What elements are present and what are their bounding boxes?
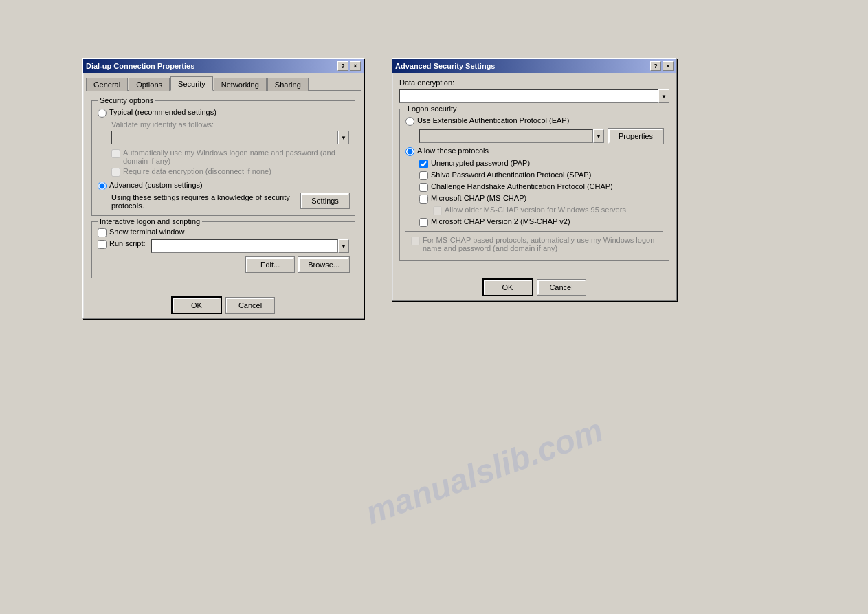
autologon-checkbox[interactable] bbox=[411, 237, 420, 245]
shiva-label: Shiva Password Authentication Protocol (… bbox=[431, 171, 591, 179]
dialog1-content: Security options Typical (recommended se… bbox=[86, 90, 361, 289]
eap-radio[interactable] bbox=[405, 117, 414, 126]
require-encrypt-label: Require data encryption (disconnect if n… bbox=[123, 167, 271, 175]
auto-logon-row: Automatically use my Windows logon name … bbox=[111, 149, 349, 165]
security-options-title: Security options bbox=[98, 96, 155, 105]
unencrypted-row: Unencrypted password (PAP) bbox=[419, 159, 663, 168]
dialog1-close-btn[interactable]: × bbox=[350, 61, 361, 71]
mschapv2-row: Microsoft CHAP Version 2 (MS-CHAP v2) bbox=[419, 217, 663, 227]
require-encrypt-row: Require data encryption (disconnect if n… bbox=[111, 167, 349, 177]
auto-logon-label: Automatically use my Windows logon name … bbox=[123, 149, 349, 165]
dialog1-help-btn[interactable]: ? bbox=[337, 61, 348, 71]
shiva-checkbox[interactable] bbox=[419, 171, 428, 180]
run-script-checkbox[interactable] bbox=[98, 240, 107, 249]
auto-logon-checkbox[interactable] bbox=[111, 149, 120, 158]
data-encryption-section: Data encryption: Optional encryption (co… bbox=[399, 78, 669, 103]
dialog1-cancel-button[interactable]: Cancel bbox=[226, 298, 274, 313]
typical-label[interactable]: Typical (recommended settings) bbox=[109, 108, 216, 116]
chap-row: Challenge Handshake Authentication Proto… bbox=[419, 182, 663, 192]
tab-security[interactable]: Security bbox=[170, 76, 213, 91]
mschap-older-row: Allow older MS-CHAP version for Windows … bbox=[419, 206, 663, 215]
tab-options[interactable]: Options bbox=[129, 78, 170, 91]
dialog1-footer: OK Cancel bbox=[83, 292, 364, 318]
data-encryption-input[interactable]: Optional encryption (connect even if no … bbox=[399, 89, 658, 103]
interactive-logon-group: Interactive logon and scripting Show ter… bbox=[91, 221, 355, 278]
dialog2-title-group: Advanced Security Settings bbox=[395, 62, 496, 70]
dialog1-titlebar: Dial-up Connection Properties ? × bbox=[83, 59, 364, 73]
mschapv2-checkbox[interactable] bbox=[419, 218, 428, 227]
shiva-row: Shiva Password Authentication Protocol (… bbox=[419, 171, 663, 180]
typical-radio-row: Typical (recommended settings) bbox=[98, 108, 349, 118]
script-buttons: Edit... Browse... bbox=[98, 257, 349, 272]
advanced-security-dialog: Advanced Security Settings ? × Data encr… bbox=[392, 58, 677, 301]
interactive-logon-title: Interactive logon and scripting bbox=[98, 217, 202, 226]
dialog2-titlebar-btns: ? × bbox=[650, 61, 674, 71]
eap-radio-row: Use Extensible Authentication Protocol (… bbox=[405, 116, 663, 126]
unencrypted-label: Unencrypted password (PAP) bbox=[431, 159, 530, 167]
tab-general[interactable]: General bbox=[86, 78, 128, 91]
eap-section: ▼ Properties bbox=[405, 129, 663, 144]
mschap-older-label: Allow older MS-CHAP version for Windows … bbox=[445, 206, 626, 214]
allow-protocols-radio-row: Allow these protocols bbox=[405, 146, 663, 156]
unencrypted-checkbox[interactable] bbox=[419, 160, 428, 168]
mschap-row: Microsoft CHAP (MS-CHAP) bbox=[419, 194, 663, 204]
advanced-section: Using these settings requires a knowledg… bbox=[98, 193, 349, 210]
eap-dropdown[interactable]: ▼ bbox=[419, 129, 604, 143]
tab-networking[interactable]: Networking bbox=[214, 78, 267, 91]
show-terminal-checkbox[interactable] bbox=[98, 228, 107, 237]
allow-protocols-radio[interactable] bbox=[405, 147, 414, 156]
show-terminal-label[interactable]: Show terminal window bbox=[109, 228, 184, 236]
chap-checkbox[interactable] bbox=[419, 183, 428, 192]
chap-label: Challenge Handshake Authentication Proto… bbox=[431, 182, 613, 190]
autologon-row: For MS-CHAP based protocols, automatical… bbox=[405, 236, 663, 252]
settings-button[interactable]: Settings bbox=[301, 193, 349, 208]
validate-dropdown[interactable]: ▼ bbox=[111, 131, 349, 144]
dialog2-help-btn[interactable]: ? bbox=[650, 61, 661, 71]
security-options-group: Security options Typical (recommended se… bbox=[91, 100, 355, 216]
edit-button[interactable]: Edit... bbox=[246, 257, 294, 272]
data-encryption-label: Data encryption: bbox=[399, 78, 669, 87]
autologon-label: For MS-CHAP based protocols, automatical… bbox=[423, 236, 663, 252]
validate-arrow[interactable]: ▼ bbox=[338, 131, 349, 144]
dialog1-titlebar-btns: ? × bbox=[337, 61, 361, 71]
dialog2-footer: OK Cancel bbox=[392, 274, 676, 300]
mschap-label: Microsoft CHAP (MS-CHAP) bbox=[431, 194, 526, 202]
run-script-label: Run script: bbox=[109, 239, 146, 248]
logon-security-group: Logon security Use Extensible Authentica… bbox=[399, 109, 669, 261]
eap-input[interactable] bbox=[419, 129, 593, 143]
data-encryption-dropdown[interactable]: Optional encryption (connect even if no … bbox=[399, 89, 669, 103]
browse-button[interactable]: Browse... bbox=[298, 257, 349, 272]
advanced-radio[interactable] bbox=[98, 182, 107, 190]
dialog2-close-btn[interactable]: × bbox=[663, 61, 674, 71]
validate-label: Validate my identity as follows: bbox=[111, 120, 349, 129]
data-encryption-arrow[interactable]: ▼ bbox=[658, 89, 669, 103]
dialog1-ok-button[interactable]: OK bbox=[173, 298, 221, 313]
require-encrypt-checkbox[interactable] bbox=[111, 168, 120, 177]
typical-radio[interactable] bbox=[98, 109, 107, 118]
dialog2-content: Data encryption: Optional encryption (co… bbox=[392, 73, 676, 272]
separator bbox=[405, 231, 663, 232]
logon-security-title: Logon security bbox=[405, 105, 459, 113]
mschap-older-checkbox[interactable] bbox=[433, 206, 442, 215]
advanced-desc: Using these settings requires a knowledg… bbox=[111, 193, 296, 210]
validate-section: Validate my identity as follows: ▼ Autom… bbox=[98, 120, 349, 177]
dialog2-cancel-button[interactable]: Cancel bbox=[537, 280, 586, 295]
dialup-properties-dialog: Dial-up Connection Properties ? × Genera… bbox=[82, 58, 364, 319]
watermark-text: manualslib.com bbox=[360, 411, 608, 532]
advanced-label[interactable]: Advanced (custom settings) bbox=[109, 181, 203, 189]
validate-input[interactable] bbox=[111, 131, 338, 144]
run-script-dropdown[interactable]: ▼ bbox=[151, 239, 349, 253]
mschap-checkbox[interactable] bbox=[419, 195, 428, 204]
properties-button[interactable]: Properties bbox=[608, 129, 663, 144]
dialog2-title: Advanced Security Settings bbox=[395, 62, 496, 70]
run-script-input[interactable] bbox=[151, 239, 338, 253]
allow-protocols-label[interactable]: Allow these protocols bbox=[417, 146, 489, 155]
eap-label[interactable]: Use Extensible Authentication Protocol (… bbox=[417, 116, 569, 124]
eap-arrow[interactable]: ▼ bbox=[593, 129, 604, 143]
tab-sharing[interactable]: Sharing bbox=[267, 78, 309, 91]
dialog2-ok-button[interactable]: OK bbox=[484, 280, 532, 295]
dialog1-title-group: Dial-up Connection Properties bbox=[86, 62, 194, 70]
protocols-section: Unencrypted password (PAP) Shiva Passwor… bbox=[405, 159, 663, 227]
dialog1-title: Dial-up Connection Properties bbox=[86, 62, 194, 70]
run-script-arrow[interactable]: ▼ bbox=[338, 239, 349, 253]
